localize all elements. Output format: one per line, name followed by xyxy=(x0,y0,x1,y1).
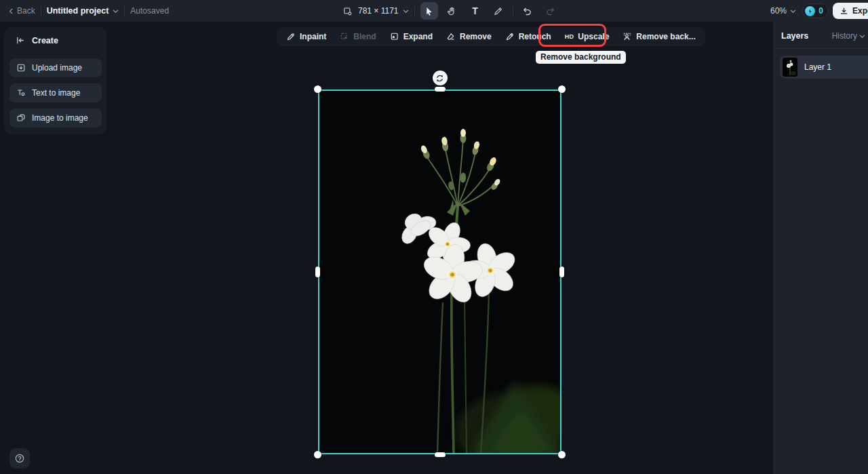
resize-handle-right[interactable] xyxy=(559,266,564,277)
text-to-image-button[interactable]: Text to image xyxy=(9,83,102,102)
zoom-control[interactable]: 60% xyxy=(770,0,796,22)
back-button[interactable]: Back xyxy=(8,6,35,16)
divider xyxy=(124,6,125,16)
rotate-icon xyxy=(435,74,444,83)
resize-handle-top-left[interactable] xyxy=(314,85,321,93)
inpaint-icon xyxy=(286,32,296,41)
text-tool-button[interactable]: T xyxy=(467,2,484,20)
resize-handle-top-right[interactable] xyxy=(558,85,566,93)
create-panel: Create Upload image Text to image Image … xyxy=(4,27,107,134)
text-tool-icon: T xyxy=(472,5,478,16)
rotate-handle[interactable] xyxy=(433,71,448,85)
topbar-center: 781 × 1171 T xyxy=(342,0,559,22)
redo-icon xyxy=(545,6,555,16)
undo-icon xyxy=(522,6,532,16)
chevron-down-icon xyxy=(113,8,119,14)
inpaint-button[interactable]: Inpaint xyxy=(279,27,333,46)
selected-image[interactable] xyxy=(318,90,561,454)
remove-button[interactable]: Remove xyxy=(439,27,498,46)
divider xyxy=(41,6,41,16)
blend-icon xyxy=(340,32,349,41)
resize-handle-bottom[interactable] xyxy=(435,452,446,457)
layer-name: Layer 1 xyxy=(804,62,831,72)
export-label: Export xyxy=(852,6,868,16)
back-label: Back xyxy=(17,6,35,16)
eraser-icon xyxy=(446,32,456,41)
layer-thumbnail xyxy=(783,58,797,77)
undo-button[interactable] xyxy=(519,2,536,20)
chevron-down-icon xyxy=(859,33,865,39)
help-icon xyxy=(14,453,25,464)
layers-title: Layers xyxy=(781,31,808,41)
create-panel-title: Create xyxy=(32,36,58,45)
autosave-status: Autosaved xyxy=(130,6,169,16)
topbar-left: Back Untitled project Autosaved xyxy=(8,0,169,22)
remove-background-button[interactable]: Remove back... xyxy=(616,27,702,46)
canvas[interactable] xyxy=(0,22,773,474)
upload-image-icon xyxy=(16,63,26,73)
canvas-size[interactable]: 781 × 1171 xyxy=(358,6,409,16)
resize-handle-top[interactable] xyxy=(435,87,446,92)
remove-background-icon xyxy=(623,32,632,41)
resize-handle-bottom-left[interactable] xyxy=(314,451,321,458)
chevron-down-icon xyxy=(403,8,409,14)
topbar-right: 60% 0 Export xyxy=(692,0,868,22)
zoom-level: 60% xyxy=(770,6,787,16)
divider xyxy=(513,6,513,16)
flower-photo xyxy=(318,90,561,454)
project-title[interactable]: Untitled project xyxy=(47,6,119,16)
chevron-down-icon xyxy=(790,8,796,14)
layer-row[interactable]: Layer 1 xyxy=(780,56,868,79)
topbar: Back Untitled project Autosaved 781 × 11… xyxy=(0,0,868,22)
hand-icon xyxy=(447,6,457,16)
resize-handle-left[interactable] xyxy=(315,266,320,277)
draw-tool-button[interactable] xyxy=(490,2,507,20)
text-to-image-icon xyxy=(16,88,26,98)
image-to-image-button[interactable]: Image to image xyxy=(9,108,102,127)
collapse-icon[interactable] xyxy=(15,35,25,45)
credits-count: 0 xyxy=(818,6,823,16)
export-button[interactable]: Export xyxy=(833,3,868,19)
retouch-icon xyxy=(505,32,515,41)
history-toggle[interactable]: History xyxy=(832,31,865,41)
credits-badge[interactable]: 0 xyxy=(802,3,829,18)
expand-button[interactable]: Expand xyxy=(383,27,439,46)
blend-button[interactable]: Blend xyxy=(333,27,382,46)
cursor-icon xyxy=(424,6,434,16)
image-to-image-icon xyxy=(16,113,26,123)
credits-icon xyxy=(805,6,815,16)
ai-actions-toolbar: Inpaint Blend Expand Remove Retouch HD U… xyxy=(277,27,705,46)
layers-panel: Layers History Layer 1 xyxy=(773,22,868,474)
resize-handle-bottom-right[interactable] xyxy=(558,451,566,458)
upscale-button[interactable]: HD Upscale xyxy=(558,27,616,46)
remove-background-tooltip: Remove background xyxy=(536,51,626,64)
help-button[interactable] xyxy=(9,448,30,469)
hd-icon: HD xyxy=(565,33,574,40)
download-icon xyxy=(840,7,848,16)
redo-button[interactable] xyxy=(542,2,559,20)
back-chevron-icon xyxy=(8,8,14,14)
select-tool-button[interactable] xyxy=(420,2,438,20)
pen-icon xyxy=(493,6,503,16)
divider xyxy=(414,6,415,16)
create-panel-header: Create xyxy=(9,34,102,52)
upload-image-button[interactable]: Upload image xyxy=(9,58,102,77)
hand-tool-button[interactable] xyxy=(443,2,461,20)
retouch-button[interactable]: Retouch xyxy=(498,27,558,46)
expand-icon xyxy=(390,32,399,41)
canvas-size-icon xyxy=(342,6,353,16)
layers-panel-header: Layers History xyxy=(773,22,868,49)
